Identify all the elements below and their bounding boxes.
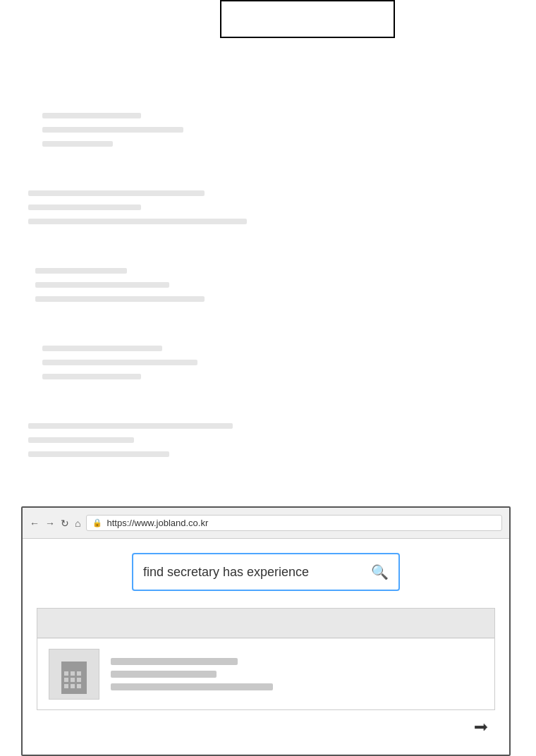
result-lines — [111, 658, 483, 690]
scatter-line — [42, 360, 197, 365]
building-icon — [57, 654, 91, 694]
scatter-line — [28, 205, 141, 210]
scatter-line — [42, 374, 141, 379]
search-bar-wrapper: find secretary has experience 🔍 — [44, 553, 488, 591]
home-button[interactable]: ⌂ — [75, 518, 80, 529]
result-item[interactable] — [37, 638, 494, 709]
back-button[interactable]: ← — [30, 518, 39, 529]
cursor-icon: ⮕ — [474, 719, 489, 738]
search-bar[interactable]: find secretary has experience 🔍 — [132, 553, 400, 591]
scatter-line — [42, 113, 141, 118]
result-line-2 — [111, 671, 217, 678]
refresh-button[interactable]: ↻ — [61, 518, 69, 529]
search-query-text: find secretary has experience — [143, 565, 364, 580]
scatter-line — [42, 346, 162, 351]
scatter-line — [28, 219, 247, 224]
scatter-line — [35, 268, 127, 274]
scatter-line — [42, 127, 183, 133]
result-header-bar — [37, 609, 494, 638]
scatter-line — [28, 423, 233, 429]
scatter-line — [28, 190, 205, 196]
scatter-line — [42, 141, 113, 147]
scatter-line — [28, 451, 169, 457]
result-line-1 — [111, 658, 238, 665]
top-rectangle — [220, 0, 395, 38]
result-thumbnail — [49, 649, 99, 700]
browser-content: find secretary has experience 🔍 — [23, 539, 509, 724]
result-line-3 — [111, 683, 273, 690]
scatter-line — [28, 437, 134, 443]
search-icon[interactable]: 🔍 — [371, 563, 389, 580]
browser-window: ← → ↻ ⌂ 🔒 https://www.jobland.co.kr find… — [21, 506, 511, 756]
url-text: https://www.jobland.co.kr — [106, 518, 496, 528]
forward-button[interactable]: → — [45, 518, 55, 529]
results-area — [37, 608, 495, 710]
scatter-line — [35, 296, 205, 302]
scatter-line — [35, 282, 169, 288]
lock-icon: 🔒 — [92, 518, 102, 528]
address-bar[interactable]: 🔒 https://www.jobland.co.kr — [86, 515, 502, 531]
browser-chrome: ← → ↻ ⌂ 🔒 https://www.jobland.co.kr — [23, 508, 509, 539]
